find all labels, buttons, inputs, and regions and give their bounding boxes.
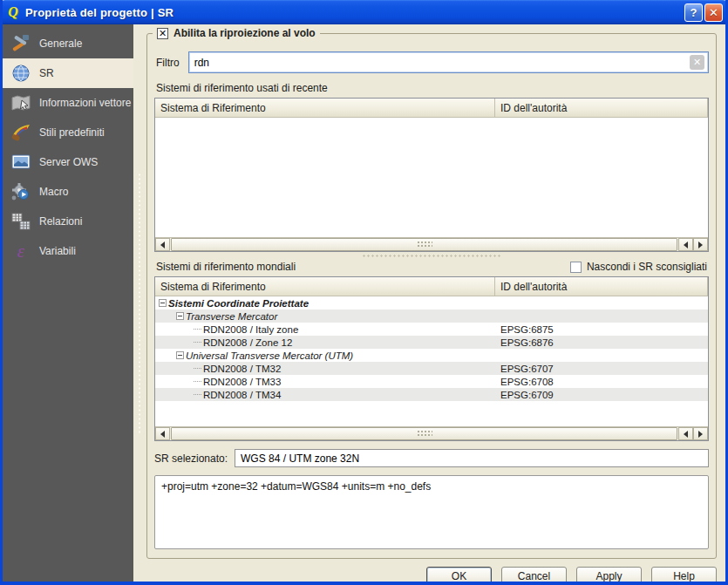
groupbox-legend: ✕ Abilita la riproiezione al volo	[153, 27, 320, 39]
world-crs-label: Sistemi di riferimento mondiali	[156, 261, 570, 273]
crs-name: Universal Transverse Mercator (UTM)	[186, 350, 353, 361]
world-horizontal-scrollbar[interactable]	[155, 426, 708, 440]
filter-input-wrap: ✕	[188, 51, 709, 73]
globe-icon	[10, 62, 32, 85]
tree-branch-line	[194, 329, 201, 330]
scroll-left-arrow-icon[interactable]	[678, 238, 693, 251]
world-crs-table: Sistema di Riferimento ID dell'autorità …	[154, 276, 709, 441]
recent-crs-table: Sistema di Riferimento ID dell'autorità	[154, 98, 709, 252]
column-header-crs[interactable]: Sistema di Riferimento	[155, 277, 495, 296]
close-button[interactable]: ✕	[704, 3, 723, 22]
column-header-crs[interactable]: Sistema di Riferimento	[155, 99, 495, 117]
recent-crs-label: Sistemi di riferimento usati di recente	[156, 82, 709, 94]
cancel-button[interactable]: Cancel	[501, 567, 567, 585]
world-crs-row: Sistemi di riferimento mondiali Nascondi…	[156, 261, 707, 273]
sidebar-item-sr[interactable]: SR	[3, 58, 133, 88]
scroll-left-arrow-icon[interactable]	[678, 427, 693, 440]
sidebar-item-macro[interactable]: Macro	[3, 177, 133, 207]
tree-row[interactable]: Transverse Mercator	[155, 310, 708, 323]
sidebar: Generale SR Informazioni vettore Stili p…	[3, 24, 133, 582]
dialog-buttons: OK Cancel Apply Help	[146, 559, 717, 585]
sidebar-item-label: Generale	[39, 37, 82, 50]
recent-table-body[interactable]	[155, 118, 708, 237]
svg-text:ε: ε	[17, 241, 25, 262]
splitter-grip	[362, 254, 501, 258]
tables-splitter[interactable]	[154, 252, 709, 260]
hide-deprecated-label: Nascondi i SR sconsigliati	[587, 261, 707, 273]
world-table-header: Sistema di Riferimento ID dell'autorità	[155, 277, 708, 296]
apply-button[interactable]: Apply	[576, 567, 642, 585]
enable-reprojection-checkbox[interactable]: ✕	[157, 28, 168, 39]
sidebar-item-label: Macro	[39, 186, 68, 198]
epsilon-icon: ε	[10, 240, 32, 262]
collapse-icon[interactable]	[176, 351, 184, 359]
crs-name: Transverse Mercator	[186, 311, 277, 322]
titlebar[interactable]: Q Proprietà del progetto | SR ? ✕	[0, 0, 728, 24]
column-header-authority[interactable]: ID dell'autorità	[495, 99, 708, 117]
authority-id: EPSG:6876	[495, 337, 708, 348]
help-button[interactable]: Help	[651, 567, 717, 585]
tree-row[interactable]: RDN2008 / TM34 EPSG:6709	[155, 388, 708, 401]
filter-row: Filtro ✕	[156, 51, 709, 73]
reprojection-groupbox: ✕ Abilita la riproiezione al volo Filtro…	[146, 33, 717, 559]
sidebar-item-label: SR	[39, 67, 54, 79]
crs-name: RDN2008 / TM32	[203, 364, 281, 374]
crs-name: RDN2008 / Italy zone	[203, 324, 298, 335]
paintbrush-icon	[10, 121, 32, 144]
hide-deprecated-checkbox[interactable]	[570, 262, 582, 273]
sidebar-item-stili-predefiniti[interactable]: Stili predefiniti	[3, 118, 133, 147]
tables-icon	[10, 210, 32, 233]
scroll-left-arrow-icon[interactable]	[155, 238, 170, 251]
sidebar-item-relazioni[interactable]: Relazioni	[3, 207, 133, 236]
sidebar-item-informazioni-vettore[interactable]: Informazioni vettore	[3, 88, 133, 118]
crs-name: RDN2008 / TM34	[203, 390, 281, 400]
selected-crs-row: SR selezionato:	[154, 449, 709, 467]
tree-row[interactable]: RDN2008 / TM32 EPSG:6707	[155, 362, 708, 375]
recent-horizontal-scrollbar[interactable]	[155, 237, 708, 251]
splitter-grip	[138, 173, 141, 434]
groupbox-title: Abilita la riproiezione al volo	[173, 27, 316, 39]
sidebar-item-label: Informazioni vettore	[39, 97, 131, 109]
sidebar-item-label: Server OWS	[39, 156, 98, 168]
scroll-left-arrow-icon[interactable]	[155, 427, 170, 440]
scroll-right-arrow-icon[interactable]	[693, 427, 708, 440]
tree-row[interactable]: Universal Transverse Mercator (UTM)	[155, 349, 708, 362]
scroll-right-arrow-icon[interactable]	[693, 238, 708, 251]
sidebar-item-generale[interactable]: Generale	[3, 29, 133, 58]
selected-crs-label: SR selezionato:	[154, 452, 228, 465]
filter-input[interactable]	[194, 57, 690, 69]
dialog-body: Generale SR Informazioni vettore Stili p…	[3, 24, 725, 582]
sidebar-item-variabili[interactable]: ε Variabili	[3, 236, 133, 266]
tree-row[interactable]: Sistemi Coordinate Proiettate	[155, 296, 708, 310]
selected-crs-input[interactable]	[235, 449, 709, 467]
sidebar-item-server-ows[interactable]: Server OWS	[3, 147, 133, 177]
proj4-string-box[interactable]: +proj=utm +zone=32 +datum=WGS84 +units=m…	[154, 475, 709, 549]
world-table-body[interactable]: Sistemi Coordinate Proiettate Transverse…	[155, 296, 708, 426]
tools-icon	[10, 32, 32, 55]
ok-button[interactable]: OK	[426, 567, 492, 585]
server-image-icon	[10, 151, 32, 173]
project-properties-dialog: Q Proprietà del progetto | SR ? ✕ Genera…	[0, 0, 728, 585]
collapse-icon[interactable]	[176, 312, 184, 320]
tree-row[interactable]: RDN2008 / TM33 EPSG:6708	[155, 375, 708, 388]
authority-id: EPSG:6709	[495, 390, 708, 400]
sidebar-item-label: Variabili	[39, 245, 76, 257]
scrollbar-thumb[interactable]	[171, 238, 677, 251]
recent-table-header: Sistema di Riferimento ID dell'autorità	[155, 99, 708, 118]
help-titlebar-button[interactable]: ?	[684, 3, 703, 22]
tree-row[interactable]: RDN2008 / Italy zone EPSG:6875	[155, 323, 708, 336]
hide-deprecated-control[interactable]: Nascondi i SR sconsigliati	[570, 261, 707, 273]
main-content: ✕ Abilita la riproiezione al volo Filtro…	[146, 24, 725, 582]
clear-filter-icon[interactable]: ✕	[690, 55, 704, 70]
sidebar-splitter[interactable]	[133, 24, 146, 582]
column-header-authority[interactable]: ID dell'autorità	[495, 277, 708, 296]
filter-label: Filtro	[156, 57, 180, 69]
tree-branch-line	[194, 381, 201, 382]
authority-id: EPSG:6875	[495, 324, 708, 335]
collapse-icon[interactable]	[159, 299, 167, 307]
crs-name: RDN2008 / Zone 12	[203, 337, 292, 348]
authority-id: EPSG:6707	[495, 364, 708, 374]
scrollbar-thumb[interactable]	[171, 427, 677, 440]
tree-row[interactable]: RDN2008 / Zone 12 EPSG:6876	[155, 336, 708, 349]
sidebar-item-label: Stili predefiniti	[39, 126, 105, 139]
